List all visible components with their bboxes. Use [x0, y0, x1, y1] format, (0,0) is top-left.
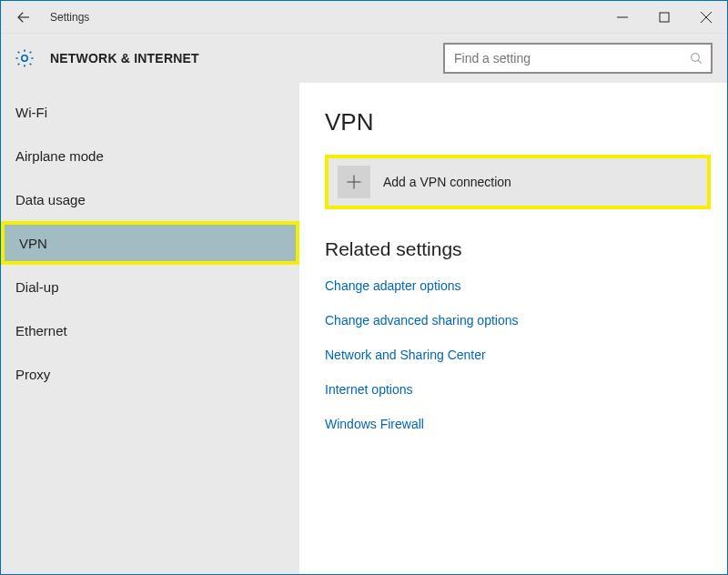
add-vpn-connection-button[interactable]: Add a VPN connection [325, 155, 711, 209]
sidebar-item-label: Proxy [15, 367, 50, 382]
sidebar: Wi-Fi Airplane mode Data usage VPN Dial-… [1, 83, 299, 574]
maximize-icon [659, 12, 670, 23]
svg-point-6 [692, 54, 700, 62]
close-icon [701, 12, 712, 23]
gear-icon [12, 45, 37, 71]
svg-line-7 [698, 60, 702, 64]
sidebar-item-ethernet[interactable]: Ethernet [1, 308, 299, 352]
add-vpn-label: Add a VPN connection [383, 175, 511, 189]
search-icon [689, 51, 703, 66]
svg-point-5 [22, 55, 27, 61]
window-title: Settings [46, 1, 89, 33]
link-change-adapter-options[interactable]: Change adapter options [325, 278, 460, 293]
link-internet-options[interactable]: Internet options [325, 382, 413, 397]
sidebar-item-label: Dial-up [15, 279, 59, 295]
related-settings-title: Related settings [325, 238, 711, 260]
sidebar-item-label: Data usage [15, 192, 86, 207]
sidebar-item-label: Wi-Fi [15, 105, 47, 120]
category-title: NETWORK & INTERNET [50, 51, 199, 66]
minimize-icon [617, 12, 628, 23]
sidebar-item-dialup[interactable]: Dial-up [1, 265, 299, 308]
link-network-sharing-center[interactable]: Network and Sharing Center [325, 348, 486, 362]
link-windows-firewall[interactable]: Windows Firewall [325, 417, 424, 431]
sidebar-item-label: VPN [19, 236, 47, 251]
minimize-button[interactable] [602, 1, 643, 33]
arrow-left-icon [15, 9, 32, 25]
search-input[interactable] [454, 51, 689, 66]
link-change-advanced-sharing[interactable]: Change advanced sharing options [325, 313, 519, 328]
content-pane: VPN Add a VPN connection Related setting… [299, 83, 727, 574]
sidebar-item-label: Ethernet [15, 323, 67, 338]
close-button[interactable] [685, 1, 727, 33]
sidebar-item-label: Airplane mode [15, 148, 104, 164]
header-row: NETWORK & INTERNET [1, 34, 727, 83]
sidebar-item-proxy[interactable]: Proxy [1, 352, 299, 396]
back-button[interactable] [1, 1, 46, 33]
sidebar-item-vpn[interactable]: VPN [1, 221, 299, 265]
titlebar: Settings [1, 1, 727, 34]
maximize-button[interactable] [643, 1, 685, 33]
page-title: VPN [325, 108, 711, 136]
sidebar-item-airplane-mode[interactable]: Airplane mode [1, 134, 299, 177]
sidebar-item-data-usage[interactable]: Data usage [1, 177, 299, 221]
search-box[interactable] [443, 43, 713, 74]
plus-icon [338, 166, 370, 198]
sidebar-item-wifi[interactable]: Wi-Fi [1, 90, 299, 134]
svg-rect-2 [660, 13, 669, 22]
